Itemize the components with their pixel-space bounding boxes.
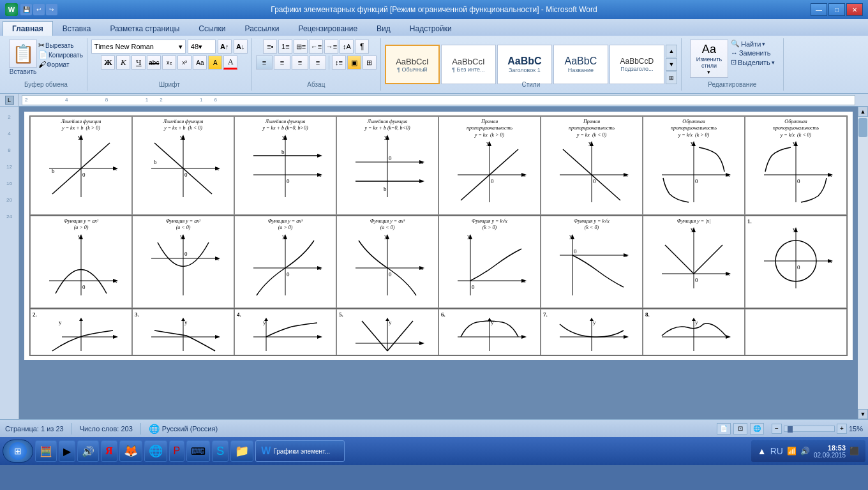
word-count[interactable]: Число слов: 203 [80, 425, 133, 433]
style-heading1[interactable]: AaBbC Заголовок 1 [497, 45, 552, 84]
subscript-button[interactable]: x₂ [162, 56, 176, 70]
svg-text:x: x [318, 265, 322, 271]
font-size-dropdown[interactable]: 48▾ [188, 40, 216, 54]
bullets-button[interactable]: ≡• [263, 40, 277, 54]
tab-page-layout[interactable]: Разметка страницы [100, 21, 189, 36]
style-subtitle[interactable]: AaBbCcD Подзаголо... [610, 45, 664, 84]
save-quick-btn[interactable]: 💾 [20, 4, 32, 15]
tray-icon-up[interactable]: ▲ [758, 446, 767, 456]
sort-button[interactable]: ↕A [340, 40, 354, 54]
tray-volume[interactable]: 🔊 [800, 447, 810, 456]
svg-6: y [451, 318, 528, 353]
style-title[interactable]: AaBbC Название [553, 45, 608, 84]
change-styles-button[interactable]: Аа Изменить стили ▾ [690, 40, 728, 78]
align-right-button[interactable]: ≡ [292, 56, 308, 70]
tab-references[interactable]: Ссылки [189, 21, 235, 36]
align-center-button[interactable]: ≡ [274, 56, 290, 70]
taskbar-item-keyboard[interactable]: ⌨ [186, 440, 210, 462]
font-color-button[interactable]: А [223, 56, 237, 70]
styles-scroll-down[interactable]: ▼ [666, 58, 677, 71]
taskbar-word-active[interactable]: W Графики элемент... [255, 440, 345, 462]
func-cell-6: 6. y [438, 309, 541, 355]
taskbar-item-media[interactable]: ▶ [59, 440, 75, 462]
shading-button[interactable]: ▣ [347, 56, 361, 70]
scroll-thumb[interactable] [858, 118, 867, 137]
taskbar-item-skype[interactable]: S [212, 440, 228, 462]
justify-button[interactable]: ≡ [310, 56, 326, 70]
taskbar-item-calc[interactable]: 🧮 [35, 440, 57, 462]
highlight-button[interactable]: А [208, 56, 222, 70]
clock-area[interactable]: 18:53 02.09.2015 [814, 444, 846, 459]
taskbar-item-volume[interactable]: 🔊 [77, 440, 99, 462]
numbering-button[interactable]: 1≡ [278, 40, 292, 54]
func-graph-2: y [33, 318, 130, 353]
taskbar-item-explorer[interactable]: 📁 [230, 440, 253, 462]
format-painter-button[interactable]: 🖌Формат [38, 60, 83, 69]
line-spacing-button[interactable]: ↕≡ [332, 56, 346, 70]
taskbar-item-yandex2[interactable]: 🦊 [119, 440, 142, 462]
zoom-out-button[interactable]: − [772, 424, 782, 434]
tray-network[interactable]: 📶 [787, 447, 797, 456]
language-indicator[interactable]: 🌐 Русский (Россия) [149, 424, 218, 434]
vertical-scrollbar[interactable]: ▲ ▼ [858, 107, 868, 419]
start-button[interactable]: ⊞ [3, 440, 33, 463]
style-normal[interactable]: AaBbCcI ¶ Обычный [385, 45, 440, 84]
scroll-up-button[interactable]: ▲ [858, 107, 868, 117]
undo-quick-btn[interactable]: ↩ [33, 4, 45, 15]
taskbar-item-yandex[interactable]: Я [101, 440, 117, 462]
increase-indent-button[interactable]: →≡ [324, 40, 338, 54]
redo-quick-btn[interactable]: ↪ [46, 4, 57, 15]
styles-more[interactable]: ⊞ [666, 71, 677, 84]
page-count[interactable]: Страница: 1 из 23 [5, 425, 64, 433]
borders-button[interactable]: ⊞ [363, 56, 377, 70]
find-button[interactable]: 🔍 Найти ▾ [731, 40, 775, 48]
copy-button[interactable]: 📄Копировать [38, 50, 83, 59]
close-button[interactable]: ✕ [846, 3, 863, 16]
underline-button[interactable]: Ч [131, 56, 146, 70]
svg-7: y [553, 318, 630, 353]
paste-button[interactable]: 📋 Вставить [9, 40, 37, 75]
increase-font-btn[interactable]: A↑ [218, 40, 232, 54]
tab-home[interactable]: Главная [3, 21, 53, 36]
clipboard-group-label: Буфер обмена [24, 81, 68, 88]
clear-format-button[interactable]: Аа [193, 56, 207, 70]
func-title-3: 3. [135, 311, 232, 318]
zoom-in-button[interactable]: + [837, 424, 847, 434]
view-fullscreen-btn[interactable]: ⊡ [733, 423, 747, 434]
style-no-spacing[interactable]: AaBbCcI ¶ Без инте... [441, 45, 496, 84]
view-web-btn[interactable]: 🌐 [750, 423, 764, 434]
cut-button[interactable]: ✂Вырезать [38, 41, 83, 50]
decrease-indent-button[interactable]: ←≡ [309, 40, 323, 54]
tab-addins[interactable]: Надстройки [400, 21, 461, 36]
decrease-font-btn[interactable]: A↓ [234, 40, 248, 54]
view-print-btn[interactable]: 📄 [717, 423, 731, 434]
svg-text:x: x [318, 172, 322, 178]
styles-scroll-up[interactable]: ▲ [666, 45, 677, 57]
view-toggle[interactable]: L [5, 96, 14, 105]
superscript-button[interactable]: x² [177, 56, 191, 70]
select-button[interactable]: ⊡ Выделить ▾ [731, 58, 775, 66]
maximize-button[interactable]: □ [828, 3, 845, 16]
tab-review[interactable]: Рецензирование [288, 21, 367, 36]
svg-text:0: 0 [82, 172, 86, 178]
show-marks-button[interactable]: ¶ [355, 40, 369, 54]
taskbar-item-powerpoint[interactable]: P [169, 440, 185, 462]
strikethrough-button[interactable]: abc [147, 56, 161, 70]
font-name-dropdown[interactable]: Times New Roman▾ [91, 40, 186, 54]
taskbar-item-firefox[interactable]: 🌐 [144, 440, 167, 462]
replace-button[interactable]: ↔ Заменить [731, 49, 775, 57]
bold-button[interactable]: Ж [101, 56, 115, 70]
func-cell-cubic-pos: Функция y = ax³(a > 0) 0 x y [234, 216, 336, 308]
tab-mailings[interactable]: Рассылки [236, 21, 289, 36]
tab-view[interactable]: Вид [367, 21, 400, 36]
tray-lang[interactable]: RU [770, 446, 783, 456]
italic-button[interactable]: К [116, 56, 130, 70]
show-desktop-btn[interactable]: ⬛ [849, 447, 859, 456]
minimize-button[interactable]: — [811, 3, 827, 16]
multilevel-button[interactable]: ⊞≡ [294, 40, 308, 54]
zoom-slider[interactable] [784, 426, 835, 432]
scroll-down-button[interactable]: ▼ [858, 409, 868, 419]
align-left-button[interactable]: ≡ [256, 56, 273, 70]
tab-insert[interactable]: Вставка [53, 21, 101, 36]
func-graph-7: y [543, 318, 640, 353]
